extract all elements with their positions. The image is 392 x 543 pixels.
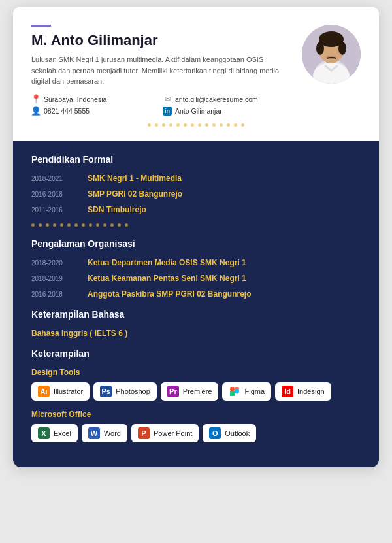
- divider-dot: [46, 223, 49, 227]
- svg-point-5: [316, 42, 324, 55]
- divider-dot: [60, 223, 63, 227]
- tool-name: Illustrator: [54, 387, 83, 395]
- divider-dot: [103, 223, 106, 227]
- skill-tag: AiIllustrator: [31, 382, 90, 401]
- organization-section: Pengalaman Organisasi 2018-2020Ketua Dep…: [31, 239, 361, 299]
- email-icon: ✉: [163, 95, 172, 104]
- language-section: Keterampilan Bahasa Bahasa Inggris ( IEL…: [31, 309, 361, 338]
- edu-year: 2018-2021: [31, 175, 77, 182]
- organization-rows: 2018-2020Ketua Departmen Media OSIS SMK …: [31, 258, 361, 299]
- dot: [148, 123, 151, 127]
- location-icon: 📍: [31, 95, 41, 104]
- figma-icon: [229, 386, 240, 397]
- candidate-bio: Lulusan SMK Negri 1 jurusan multimedia. …: [31, 54, 289, 87]
- accent-line: [31, 25, 51, 27]
- org-year: 2018-2019: [31, 275, 77, 282]
- divider-dot: [53, 223, 56, 227]
- dot: [220, 123, 223, 127]
- dot: [241, 123, 244, 127]
- dot: [212, 123, 216, 127]
- tool-name: Figma: [244, 387, 265, 395]
- skills-section: Keterampilan Design ToolsAiIllustratorPs…: [31, 348, 361, 442]
- divider-dot: [82, 223, 85, 227]
- education-divider: [31, 223, 361, 227]
- edu-name: SMP PGRI 02 Bangunrejo: [88, 189, 182, 199]
- edu-name: SDN Timbulrejo: [88, 205, 146, 214]
- tool-icon: X: [38, 427, 50, 439]
- tool-icon: Ai: [38, 386, 50, 397]
- svg-point-6: [338, 42, 346, 55]
- dot: [205, 123, 208, 127]
- contact-linkedin: in Anto Gilimanjar: [163, 107, 289, 116]
- divider-dot: [31, 223, 35, 227]
- dot: [227, 123, 230, 127]
- divider-dot: [96, 223, 99, 227]
- org-name: Ketua Keamanan Pentas Seni SMK Negri 1: [88, 274, 246, 283]
- tool-name: Outlook: [225, 429, 250, 437]
- tool-name: Word: [104, 429, 121, 437]
- contact-location: 📍 Surabaya, Indonesia: [31, 95, 157, 104]
- skill-category-block: Design ToolsAiIllustratorPsPhotoshopPrPr…: [31, 368, 361, 401]
- divider-dot: [89, 223, 92, 227]
- education-rows: 2018-2021SMK Negri 1 - Multimedia2016-20…: [31, 174, 361, 214]
- skill-tag: OOutlook: [203, 424, 256, 442]
- edu-year: 2011-2016: [31, 206, 77, 214]
- org-year: 2016-2018: [31, 291, 77, 298]
- org-item: 2016-2018Anggota Paskibra SMP PGRI 02 Ba…: [31, 289, 361, 299]
- dot: [184, 123, 187, 127]
- dot: [162, 123, 165, 127]
- tool-icon: W: [88, 427, 100, 439]
- divider-dot: [118, 223, 121, 227]
- organization-title: Pengalaman Organisasi: [31, 239, 361, 249]
- skill-tags: AiIllustratorPsPhotoshopPrPremiere Figma…: [31, 382, 361, 401]
- education-item: 2016-2018SMP PGRI 02 Bangunrejo: [31, 189, 361, 199]
- dot: [234, 123, 237, 127]
- avatar: [302, 25, 361, 84]
- skill-tag: XExcel: [31, 424, 78, 442]
- language-items: Bahasa Inggris ( IELTS 6 ): [31, 329, 361, 338]
- tool-icon: Pr: [167, 386, 179, 397]
- skill-tag: WWord: [82, 424, 127, 442]
- skill-tag: PPower Point: [131, 424, 199, 442]
- tool-icon: P: [138, 427, 150, 439]
- resume-card: M. Anto Gilimanjar Lulusan SMK Negri 1 j…: [13, 7, 379, 467]
- tool-icon: Id: [282, 386, 293, 397]
- contact-grid: 📍 Surabaya, Indonesia ✉ anto.gili@cakere…: [31, 95, 289, 116]
- divider-dot: [74, 223, 78, 227]
- tool-icon: Ps: [100, 386, 112, 397]
- skill-tag: Figma: [222, 382, 271, 401]
- org-year: 2018-2020: [31, 259, 77, 267]
- dot: [198, 123, 201, 127]
- skill-category-label: Microsoft Office: [31, 410, 361, 419]
- candidate-name: M. Anto Gilimanjar: [31, 32, 289, 49]
- contact-phone: 👤 0821 444 5555: [31, 107, 157, 116]
- org-item: 2018-2020Ketua Departmen Media OSIS SMK …: [31, 258, 361, 267]
- svg-point-10: [235, 389, 239, 393]
- skill-tags: XExcelWWordPPower PointOOutlook: [31, 424, 361, 442]
- svg-rect-12: [230, 391, 235, 396]
- education-title: Pendidikan Formal: [31, 154, 361, 165]
- org-name: Anggota Paskibra SMP PGRI 02 Bangunrejo: [88, 289, 252, 299]
- language-title: Keterampilan Bahasa: [31, 309, 361, 320]
- divider-dot: [110, 223, 114, 227]
- contact-email: ✉ anto.gili@cakeresume.com: [163, 95, 289, 104]
- divider-dot: [39, 223, 42, 227]
- divider-dot: [67, 223, 71, 227]
- language-item: Bahasa Inggris ( IELTS 6 ): [31, 329, 361, 338]
- header-left: M. Anto Gilimanjar Lulusan SMK Negri 1 j…: [31, 25, 302, 116]
- phone-icon: 👤: [31, 107, 41, 116]
- header-dots: [31, 116, 361, 131]
- org-item: 2018-2019Ketua Keamanan Pentas Seni SMK …: [31, 274, 361, 283]
- skill-tag: IdIndesign: [275, 382, 331, 401]
- linkedin-icon: in: [163, 107, 172, 116]
- email-text: anto.gili@cakeresume.com: [175, 95, 258, 103]
- skill-categories: Design ToolsAiIllustratorPsPhotoshopPrPr…: [31, 368, 361, 442]
- skills-title: Keterampilan: [31, 348, 361, 359]
- phone-text: 0821 444 5555: [44, 107, 90, 115]
- tool-icon: O: [209, 427, 221, 439]
- skill-category-block: Microsoft OfficeXExcelWWordPPower PointO…: [31, 410, 361, 442]
- dot: [155, 123, 158, 127]
- dot: [176, 123, 180, 127]
- skill-tag: PrPremiere: [161, 382, 219, 401]
- edu-year: 2016-2018: [31, 191, 77, 198]
